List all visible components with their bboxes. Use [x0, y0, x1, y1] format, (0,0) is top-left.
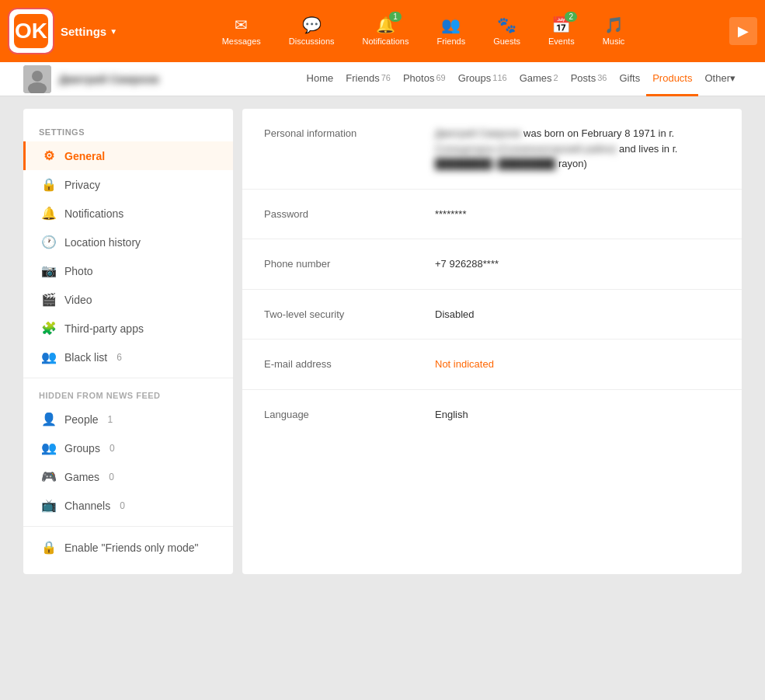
- settings-row-personal-info: Personal information Дмитрий Смирнов was…: [242, 109, 742, 190]
- logo-box: OK: [8, 8, 54, 54]
- personal-info-label: Personal information: [264, 126, 419, 139]
- phone-label: Phone number: [264, 256, 419, 270]
- content-area: SETTINGS General Privacy Notifications L…: [23, 109, 742, 574]
- password-value: ********: [435, 207, 720, 222]
- settings-row-password: Password ********: [242, 190, 742, 240]
- phone-value: +7 926288****: [435, 256, 720, 272]
- gear-icon: [41, 148, 57, 163]
- profile-nav: Home Friends76 Photos69 Groups116 Games2…: [175, 62, 742, 96]
- camera-icon: [41, 263, 57, 278]
- settings-main-content: Personal information Дмитрий Смирнов was…: [242, 109, 742, 574]
- groups-icon: [41, 441, 57, 455]
- sidebar-item-notifications[interactable]: Notifications: [23, 199, 233, 228]
- video-icon: [41, 292, 57, 307]
- play-button[interactable]: [729, 17, 757, 45]
- sidebar-divider-2: [23, 526, 233, 527]
- avatar: [23, 65, 51, 93]
- guests-icon: [497, 15, 516, 34]
- settings-row-language: Language English: [242, 390, 742, 440]
- password-label: Password: [264, 207, 419, 220]
- events-label: Events: [548, 37, 575, 46]
- guests-label: Guests: [493, 37, 520, 46]
- language-label: Language: [264, 407, 419, 420]
- profile-nav-groups[interactable]: Groups116: [452, 62, 513, 96]
- messages-label: Messages: [222, 37, 261, 46]
- blacklist-icon: [41, 350, 57, 364]
- nav-guests[interactable]: Guests: [479, 16, 534, 46]
- top-navigation: OK Settings ▼ Messages Discussions 1 Not…: [0, 0, 765, 62]
- nav-icons-group: Messages Discussions 1 Notifications Fri…: [117, 16, 729, 46]
- profile-nav-friends[interactable]: Friends76: [339, 62, 397, 96]
- sidebar-hidden-section-title: HIDDEN FROM NEWS FEED: [23, 385, 233, 405]
- sidebar-item-general[interactable]: General: [23, 141, 233, 170]
- nav-discussions[interactable]: Discussions: [275, 16, 349, 46]
- profile-bar: Дмитрий Смирнов Home Friends76 Photos69 …: [0, 62, 765, 96]
- profile-nav-other[interactable]: Other ▾: [698, 62, 742, 96]
- sidebar-item-location-history[interactable]: Location history: [23, 228, 233, 256]
- sidebar: SETTINGS General Privacy Notifications L…: [23, 109, 233, 574]
- events-badge: 2: [565, 12, 577, 22]
- clock-icon: [41, 235, 57, 249]
- settings-label: Settings: [61, 25, 106, 38]
- play-icon: [738, 23, 749, 40]
- friends-label: Friends: [436, 37, 465, 46]
- nav-events[interactable]: 2 Events: [534, 16, 589, 46]
- lock-icon: [41, 177, 57, 192]
- main-content-area: SETTINGS General Privacy Notifications L…: [0, 96, 765, 700]
- sidebar-item-people[interactable]: People 1: [23, 405, 233, 434]
- discussions-label: Discussions: [289, 37, 335, 46]
- friends-icon: [441, 15, 461, 34]
- profile-nav-gifts[interactable]: Gifts: [613, 62, 646, 96]
- profile-name: Дмитрий Смирнов: [59, 73, 159, 85]
- svg-point-1: [32, 71, 43, 82]
- sidebar-item-black-list[interactable]: Black list 6: [23, 343, 233, 371]
- email-label: E-mail address: [264, 357, 419, 370]
- sidebar-section-settings: SETTINGS: [23, 121, 233, 141]
- sidebar-item-third-party-apps[interactable]: Third-party apps: [23, 314, 233, 343]
- profile-nav-home[interactable]: Home: [301, 62, 340, 96]
- personal-info-value: Дмитрий Смирнов was born on February 8 1…: [435, 126, 720, 172]
- sidebar-item-groups-hidden[interactable]: Groups 0: [23, 434, 233, 462]
- profile-nav-products[interactable]: Products: [646, 62, 698, 96]
- game-icon: [41, 469, 57, 484]
- bell-icon: [41, 206, 57, 221]
- nav-music[interactable]: Music: [589, 16, 639, 46]
- discussions-icon: [302, 15, 322, 34]
- messages-icon: [235, 15, 248, 34]
- two-level-label: Two-level security: [264, 307, 419, 320]
- sidebar-item-privacy[interactable]: Privacy: [23, 170, 233, 199]
- email-value: Not indicated: [435, 357, 720, 372]
- ok-logo: OK: [14, 14, 48, 48]
- person-icon: [41, 412, 57, 427]
- sidebar-item-games-hidden[interactable]: Games 0: [23, 462, 233, 491]
- nav-friends[interactable]: Friends: [422, 16, 479, 46]
- sidebar-item-friends-only-mode[interactable]: Enable "Friends only mode": [23, 533, 233, 562]
- settings-row-email: E-mail address Not indicated: [242, 340, 742, 390]
- language-value: English: [435, 407, 720, 423]
- settings-row-phone: Phone number +7 926288****: [242, 239, 742, 290]
- profile-nav-games[interactable]: Games2: [513, 62, 565, 96]
- two-level-value: Disabled: [435, 307, 720, 322]
- notifications-label: Notifications: [363, 37, 409, 46]
- channel-icon: [41, 498, 57, 513]
- profile-nav-posts[interactable]: Posts36: [565, 62, 614, 96]
- profile-nav-photos[interactable]: Photos69: [397, 62, 452, 96]
- settings-row-two-level: Two-level security Disabled: [242, 290, 742, 340]
- notifications-badge: 1: [389, 12, 402, 22]
- music-icon: [604, 15, 624, 34]
- puzzle-icon: [41, 321, 57, 336]
- sidebar-item-channels-hidden[interactable]: Channels 0: [23, 491, 233, 520]
- nav-messages[interactable]: Messages: [208, 16, 275, 46]
- friends-only-icon: [41, 540, 57, 555]
- sidebar-item-photo[interactable]: Photo: [23, 256, 233, 285]
- sidebar-divider: [23, 378, 233, 378]
- settings-arrow-icon: ▼: [110, 27, 117, 36]
- music-label: Music: [603, 37, 625, 46]
- settings-dropdown-button[interactable]: Settings ▼: [61, 25, 117, 38]
- nav-notifications[interactable]: 1 Notifications: [349, 16, 423, 46]
- sidebar-item-video[interactable]: Video: [23, 285, 233, 314]
